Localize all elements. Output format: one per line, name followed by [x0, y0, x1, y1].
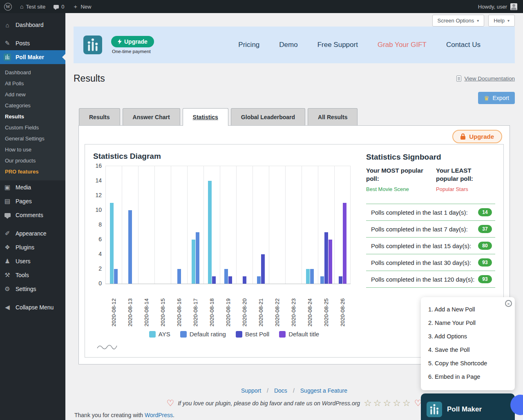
x-tick: 2020-08-24: [302, 284, 318, 327]
menu-separator: [0, 32, 65, 36]
tab-global-leaderboard[interactable]: Global Leaderboard: [231, 108, 305, 125]
promo-banner: Upgrade One-time payment PricingDemoFree…: [74, 27, 515, 63]
bar-best-poll: [324, 232, 328, 284]
widget-step: 3. Add Options: [428, 330, 509, 343]
thanks-period: .: [173, 412, 174, 418]
tab-statistics[interactable]: Statistics: [183, 108, 228, 126]
sidebar-item-users[interactable]: ♟Users: [0, 254, 65, 268]
submenu-item-add-new[interactable]: Add new: [0, 89, 65, 100]
banner-link-pricing[interactable]: Pricing: [238, 41, 259, 49]
legend-swatch: [279, 331, 286, 338]
legend-swatch: [149, 331, 156, 338]
wordpress-link[interactable]: WordPress: [145, 412, 173, 418]
page-title: Results: [74, 73, 105, 84]
view-documentation-label: View Documentation: [464, 76, 515, 82]
submenu-item-all-polls[interactable]: All Polls: [0, 78, 65, 89]
banner-link-demo[interactable]: Demo: [279, 41, 297, 49]
rating-star[interactable]: ☆: [402, 399, 411, 408]
bar-default-rating: [224, 269, 228, 284]
rating-star[interactable]: ☆: [364, 399, 372, 408]
least-popular-value: Popular Stars: [436, 186, 495, 192]
sidebar-item-posts[interactable]: ✎Posts: [0, 36, 65, 50]
sidebar-item-appearance[interactable]: ✐Appearance: [0, 227, 65, 240]
upgrade-label: Upgrade: [124, 38, 148, 45]
upgrade-button[interactable]: Upgrade: [111, 36, 154, 47]
submenu-item-how-to-use[interactable]: How to use: [0, 144, 65, 155]
widget-step: 6. Embed in a Page: [428, 370, 509, 384]
upgrade-pill-button[interactable]: Upgrade: [452, 130, 502, 143]
submenu-item-our-products[interactable]: Our products: [0, 155, 65, 166]
x-tick-label: 2020-08-23: [291, 287, 297, 327]
comments-shortcut[interactable]: 0: [49, 0, 68, 13]
export-button[interactable]: ♛ Export: [478, 92, 515, 104]
sidebar-item-label: Pages: [16, 198, 32, 204]
rating-star[interactable]: ☆: [383, 399, 391, 408]
comment-bubble-shape: [4, 213, 11, 217]
thanks-text: Thank you for creating with: [74, 412, 145, 418]
new-content-menu[interactable]: ＋ New: [68, 0, 95, 13]
y-tick-label: 2: [98, 265, 102, 272]
x-tick: 2020-08-18: [203, 284, 220, 327]
y-tick-label: 8: [98, 221, 102, 228]
submenu-item-general-settings[interactable]: General Settings: [0, 133, 65, 144]
tab-results[interactable]: Results: [79, 108, 120, 125]
sidebar-item-label: Comments: [16, 212, 43, 218]
chart-column: [105, 166, 122, 284]
comment-count: 0: [61, 4, 64, 10]
widget-step: 1. Add a New Poll: [428, 303, 509, 316]
screen-options-button[interactable]: Screen Options ▾: [432, 15, 485, 27]
submenu-item-results[interactable]: Results: [0, 111, 65, 122]
pollmaker-logo: [427, 402, 442, 417]
admin-sidebar: ⌂Dashboard✎Posts Poll MakerDashboardAll …: [0, 13, 65, 420]
sidebar-item-label: Media: [16, 184, 31, 191]
wordpress-menu[interactable]: W: [0, 0, 16, 13]
footer-link-support[interactable]: Support: [241, 387, 261, 394]
sidebar-item-settings[interactable]: ⚙Settings: [0, 282, 65, 296]
bar-default-rating: [320, 276, 324, 284]
sidebar-item-label: Collapse Menu: [16, 304, 54, 311]
rating-star[interactable]: ☆: [393, 399, 401, 408]
signboard-row-value: 93: [478, 275, 492, 283]
users-icon: ♟: [3, 258, 11, 265]
rating-star[interactable]: ☆: [373, 399, 382, 408]
site-name-link[interactable]: ⌂ Test site: [16, 0, 49, 13]
admin-bar: W ⌂ Test site 0 ＋ New Howdy, user: [0, 0, 523, 13]
footer-link-suggest-a-feature[interactable]: Suggest a Feature: [300, 387, 347, 394]
submenu-item-pro-features[interactable]: PRO features: [0, 166, 65, 177]
bar-best-poll: [261, 254, 265, 284]
banner-link-contact-us[interactable]: Contact Us: [446, 41, 481, 49]
chart-column: [269, 166, 285, 284]
sidebar-item-dashboard[interactable]: ⌂Dashboard: [0, 18, 65, 32]
tab-all-results[interactable]: All Results: [308, 108, 358, 125]
sidebar-item-plugins[interactable]: ❖Plugins: [0, 240, 65, 254]
banner-link-grab-your-gift[interactable]: Grab Your GIFT: [378, 41, 427, 49]
comment-bubble-icon: [54, 5, 59, 9]
pollmaker-brand-bar[interactable]: Poll Maker: [421, 393, 515, 420]
x-tick-label: 2020-08-12: [111, 287, 117, 327]
help-button[interactable]: Help ▾: [488, 15, 515, 27]
widget-steps: 1. Add a New Poll2. Name Your Poll3. Add…: [428, 303, 509, 384]
close-icon[interactable]: ✕: [505, 300, 512, 307]
account-menu[interactable]: Howdy, user: [478, 3, 523, 10]
footer-link-docs[interactable]: Docs: [274, 387, 287, 394]
sidebar-item-collapse-menu[interactable]: ◀Collapse Menu: [0, 300, 65, 314]
sidebar-item-tools[interactable]: ⚒Tools: [0, 268, 65, 282]
most-popular-block: Your MOST popular poll: Best Movie Scene: [366, 167, 425, 192]
sidebar-item-comments[interactable]: Comments: [0, 208, 65, 222]
chart-title: Statistics Diagram: [93, 152, 363, 161]
banner-link-free-support[interactable]: Free Support: [317, 41, 358, 49]
submenu-item-dashboard[interactable]: Dashboard: [0, 67, 65, 78]
most-popular-value: Best Movie Scene: [366, 186, 425, 192]
poll-maker-submenu: DashboardAll PollsAdd newCategoriesResul…: [0, 64, 65, 180]
signboard-row-value: 93: [478, 258, 492, 267]
tab-answer-chart[interactable]: Answer Chart: [123, 108, 180, 125]
sidebar-item-pages[interactable]: ▤Pages: [0, 194, 65, 208]
pollmaker-logo: [83, 36, 102, 54]
sidebar-item-media[interactable]: ▣Media: [0, 180, 65, 194]
submenu-item-custom-fields[interactable]: Custom Fields: [0, 122, 65, 133]
sidebar-item-poll-maker[interactable]: Poll Maker: [0, 50, 65, 64]
footer-separator: /: [293, 387, 295, 394]
view-documentation-link[interactable]: View Documentation: [456, 76, 515, 82]
submenu-item-categories[interactable]: Categories: [0, 100, 65, 111]
chart-column: [318, 166, 334, 284]
